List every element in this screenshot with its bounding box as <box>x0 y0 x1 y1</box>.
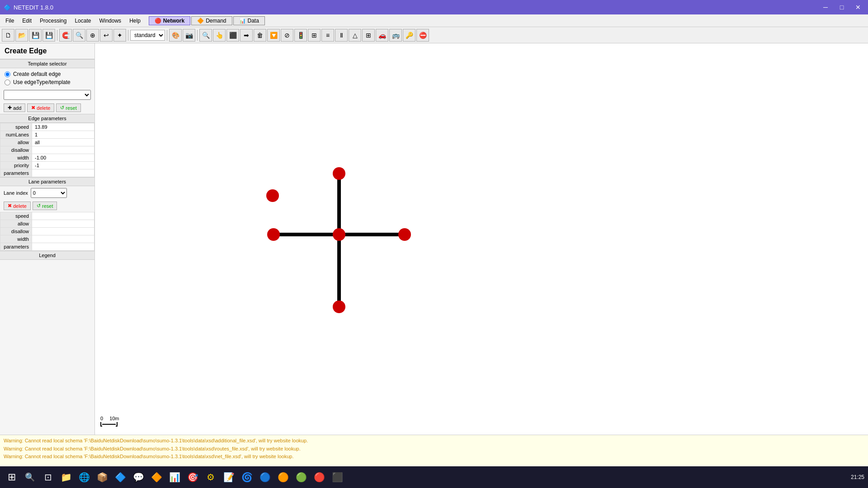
radio-edge-type[interactable]: Use edgeType/template <box>5 79 90 85</box>
lane-param-val-width[interactable] <box>35 236 91 242</box>
param-val-parameters[interactable] <box>35 170 91 176</box>
toolbar-select[interactable]: 👆 <box>213 29 226 42</box>
app5[interactable]: 🎯 <box>184 469 201 485</box>
toolbar-zoom-in[interactable]: ⊕ <box>86 29 99 42</box>
toolbar-zoom-area[interactable]: 🔍 <box>199 29 212 42</box>
toolbar-shape[interactable]: △ <box>349 29 361 42</box>
menu-help[interactable]: Help <box>126 17 144 25</box>
menu-processing[interactable]: Processing <box>36 17 70 25</box>
tab-network[interactable]: 🔴 Network <box>149 16 190 25</box>
toolbar-bus[interactable]: 🚌 <box>389 29 402 42</box>
app8[interactable]: 🌀 <box>239 469 255 485</box>
reset-icon: ↺ <box>60 105 64 111</box>
start-button[interactable]: ⊞ <box>4 469 20 485</box>
toolbar-invert[interactable]: 🔽 <box>267 29 280 42</box>
toolbar-undo[interactable]: ↩ <box>100 29 113 42</box>
param-val-speed[interactable] <box>35 124 91 130</box>
app3[interactable]: 🔶 <box>148 469 165 485</box>
store-button[interactable]: 📦 <box>94 469 110 485</box>
toolbar-prohibit[interactable]: ⛔ <box>416 29 429 42</box>
tab-demand[interactable]: 🔶 Demand <box>191 16 232 25</box>
param-val-disallow[interactable] <box>35 147 91 153</box>
tab-data[interactable]: 📊 Data <box>233 16 265 25</box>
add-button[interactable]: ✚ add <box>4 103 25 112</box>
lane-index-select[interactable]: 0 <box>31 188 67 198</box>
lane-param-val-disallow[interactable] <box>35 229 91 234</box>
toolbar-crossing[interactable]: Ⅱ <box>335 29 348 42</box>
app1[interactable]: 🔷 <box>112 469 128 485</box>
maximize-button[interactable]: □ <box>835 2 848 12</box>
radio-edge-type-input[interactable] <box>5 80 10 85</box>
toolbar-delete[interactable]: 🗑 <box>254 29 266 42</box>
menu-windows[interactable]: Windows <box>95 17 125 25</box>
radio-default-edge[interactable]: Create default edge <box>5 71 90 77</box>
toolbar-new[interactable]: 🗋 <box>2 29 14 42</box>
app13[interactable]: ⬛ <box>329 469 345 485</box>
lane-param-val-parameters[interactable] <box>35 244 91 249</box>
menu-file[interactable]: File <box>2 17 18 25</box>
demand-icon: 🔶 <box>197 18 204 24</box>
toolbar-create-edge[interactable]: ⬛ <box>226 29 239 42</box>
app6[interactable]: ⚙ <box>203 469 219 485</box>
toolbar-save[interactable]: 💾 <box>29 29 42 42</box>
edge-params-header: Edge parameters <box>0 114 94 123</box>
app2[interactable]: 💬 <box>130 469 146 485</box>
param-row-speed: speed <box>0 123 94 131</box>
task-view-button[interactable]: ⊡ <box>40 469 56 485</box>
toolbar-zoom-fit[interactable]: 🔍 <box>73 29 85 42</box>
param-row-width: width <box>0 154 94 162</box>
lane-param-val-speed[interactable] <box>35 213 91 219</box>
toolbar-color[interactable]: 🎨 <box>169 29 182 42</box>
toolbar-open[interactable]: 📂 <box>15 29 28 42</box>
menu-edit[interactable]: Edit <box>19 17 35 25</box>
app12[interactable]: 🔴 <box>311 469 327 485</box>
taskbar-time: 21:25 <box>851 474 864 480</box>
param-val-numlanes[interactable] <box>35 132 91 137</box>
mode-tabs: 🔴 Network 🔶 Demand 📊 Data <box>149 16 265 25</box>
delete-button[interactable]: ✖ delete <box>27 103 54 112</box>
toolbar-grid[interactable]: ⊞ <box>362 29 375 42</box>
canvas-area[interactable]: 0 10m <box>95 43 868 435</box>
app11[interactable]: 🟢 <box>293 469 309 485</box>
param-val-width[interactable] <box>35 155 91 160</box>
toolbar-save2[interactable]: 💾 <box>42 29 55 42</box>
lane-param-val-allow[interactable] <box>35 221 91 226</box>
toolbar-magnet[interactable]: 🧲 <box>59 29 72 42</box>
lane-delete-button[interactable]: ✖ delete <box>4 202 31 210</box>
menu-locate[interactable]: Locate <box>71 17 94 25</box>
lane-reset-button[interactable]: ↺ reset <box>33 202 57 210</box>
search-button[interactable]: 🔍 <box>22 469 38 485</box>
toolbar-mode-select[interactable]: standard <box>130 30 165 41</box>
app7[interactable]: 📝 <box>221 469 237 485</box>
param-val-priority[interactable] <box>35 163 91 168</box>
title-bar: 🔷 NETEDIT 1.8.0 ─ □ ✕ <box>0 0 868 14</box>
template-dropdown[interactable] <box>4 90 91 100</box>
app9[interactable]: 🔵 <box>257 469 273 485</box>
radio-default-edge-input[interactable] <box>5 71 10 77</box>
param-row-disallow: disallow <box>0 146 94 154</box>
app10[interactable]: 🟠 <box>275 469 291 485</box>
edge-browser[interactable]: 🌐 <box>76 469 92 485</box>
app4[interactable]: 📊 <box>166 469 183 485</box>
toolbar-junction[interactable]: ⊞ <box>308 29 321 42</box>
minimize-button[interactable]: ─ <box>819 2 832 12</box>
lane-param-key-allow: allow <box>0 220 32 228</box>
reset-button[interactable]: ↺ reset <box>56 103 80 112</box>
toolbar-move[interactable]: ➡ <box>240 29 253 42</box>
toolbar-key[interactable]: 🔑 <box>403 29 415 42</box>
close-button[interactable]: ✕ <box>852 2 864 12</box>
param-val-allow[interactable] <box>35 140 91 145</box>
lane-params-table: speed allow disallow width parameters <box>0 212 94 251</box>
toolbar-screenshot[interactable]: 📷 <box>183 29 195 42</box>
svg-point-2 <box>333 167 345 180</box>
svg-point-5 <box>267 228 280 241</box>
toolbar-connection[interactable]: ≡ <box>321 29 334 42</box>
toolbar-redo[interactable]: ✦ <box>113 29 126 42</box>
toolbar-vehicle[interactable]: 🚗 <box>376 29 388 42</box>
lane-index-row: Lane index 0 <box>0 186 94 200</box>
toolbar-traffic-light[interactable]: 🚦 <box>294 29 307 42</box>
x-icon: ✖ <box>31 105 35 111</box>
toolbar-split[interactable]: ⊘ <box>281 29 293 42</box>
files-button[interactable]: 📁 <box>58 469 74 485</box>
lane-param-key-disallow: disallow <box>0 228 32 235</box>
